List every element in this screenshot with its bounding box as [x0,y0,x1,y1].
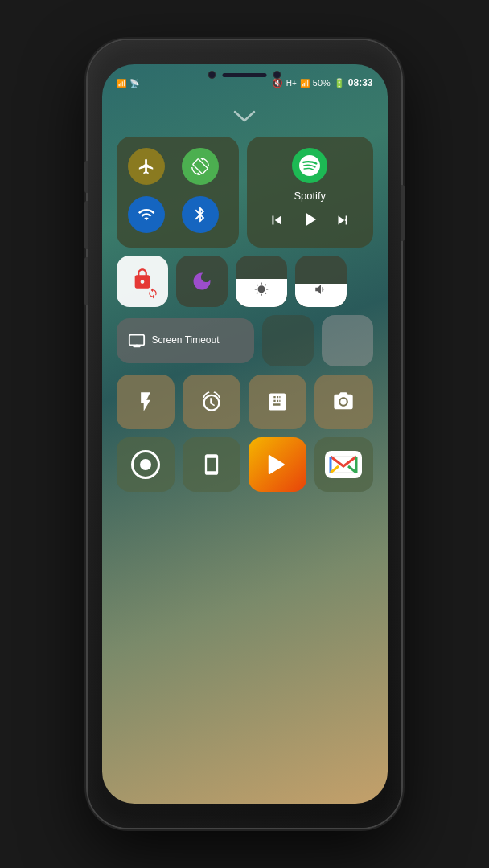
screen-timeout-label: Screen Timeout [152,334,220,347]
prev-track-button[interactable] [268,211,286,234]
spotify-panel: Spotify [247,137,373,248]
bluetooth-button[interactable] [182,196,219,233]
signal-icon: 📶 [117,79,126,88]
do-not-disturb-button[interactable] [176,256,228,307]
status-bar: 📶 📡 🔇 H+ 📶 50% 🔋 08:33 [102,64,388,95]
calculator-button[interactable] [249,375,306,429]
play-button[interactable] [298,208,321,236]
brightness-icon [254,282,269,301]
control-center: Spotify [117,137,373,492]
row-connectivity-spotify: Spotify [117,137,373,248]
battery-icon: 🔋 [334,78,345,88]
speaker [223,73,267,77]
bixby-button[interactable] [84,257,88,305]
connectivity-panel [117,137,240,248]
power-button[interactable] [401,185,405,241]
row-app-shortcuts [117,437,373,492]
camera-button[interactable] [314,375,372,429]
blank-tile-1 [262,315,314,366]
lock-icon-wrap [131,268,154,296]
status-right-icons: 🔇 H+ 📶 50% 🔋 08:33 [272,77,373,88]
screen-timeout-button[interactable]: Screen Timeout [117,318,254,363]
clock: 08:33 [348,77,373,88]
media-controls [268,208,351,236]
screen-recorder-button[interactable] [117,437,175,492]
gmail-button[interactable] [314,437,372,492]
network-icon: H+ [286,79,297,88]
sensor [273,71,281,79]
spotify-label: Spotify [294,190,326,202]
mobile-hotspot-button[interactable] [183,437,240,492]
svg-rect-0 [129,335,143,346]
orientation-lock-button[interactable] [117,256,168,307]
volume-down-button[interactable] [84,201,88,249]
collapse-chevron[interactable] [233,108,256,127]
volume-up-button[interactable] [84,161,88,193]
wifi-button[interactable] [128,196,165,233]
play-store-button[interactable] [249,437,306,492]
volume-icon [314,282,328,301]
battery-percent: 50% [313,78,331,88]
wifi-status-icon: 📡 [129,79,139,88]
row-quick-actions [117,375,373,429]
flashlight-button[interactable] [117,375,175,429]
front-camera [208,71,216,79]
phone-frame: 📶 📡 🔇 H+ 📶 50% 🔋 08:33 [88,40,401,828]
camera-area [208,71,281,79]
spotify-icon[interactable] [292,148,327,183]
signal-bars-icon: 📶 [300,79,310,88]
blank-tile-2 [322,315,373,366]
airplane-mode-button[interactable] [128,148,165,185]
next-track-button[interactable] [334,211,351,234]
timer-button[interactable] [183,375,240,429]
svg-point-1 [341,399,347,404]
volume-slider[interactable] [295,256,347,307]
mute-icon: 🔇 [272,78,283,88]
status-left-icons: 📶 📡 [117,79,139,88]
row-screen-timeout: Screen Timeout [117,315,373,366]
brightness-slider[interactable] [236,256,287,307]
rotation-lock-button[interactable] [182,148,219,185]
phone-screen: 📶 📡 🔇 H+ 📶 50% 🔋 08:33 [102,64,388,804]
row-lock-moon-sliders [117,256,373,307]
